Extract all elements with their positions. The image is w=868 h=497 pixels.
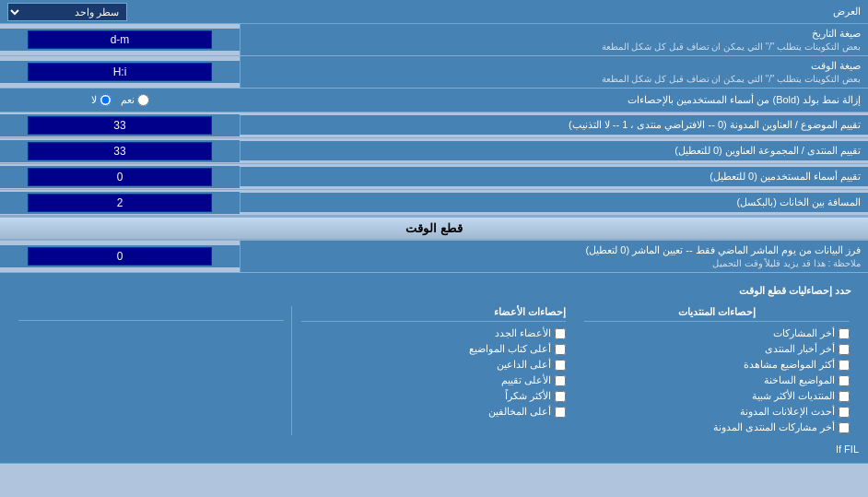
member-stat-item-3: الأعلى تقييم — [301, 373, 567, 388]
date-format-label: صيغة التاريخ بعض التكوينات يتطلب "/" الت… — [240, 24, 868, 55]
date-format-input[interactable] — [28, 30, 212, 49]
cutoff-title: قطع الوقت — [405, 221, 463, 235]
post-stat-checkbox-0[interactable] — [839, 328, 850, 339]
post-stat-item-0: أخر المشاركات — [584, 325, 850, 341]
member-stat-label-4: الأكثر شكراً — [505, 390, 551, 402]
bold-remove-no-option[interactable]: لا — [91, 94, 111, 106]
post-stat-label-2: أكثر المواضيع مشاهدة — [744, 359, 835, 371]
post-stat-item-6: أخر مشاركات المنتدى المدونة — [584, 420, 850, 435]
bold-remove-yes-option[interactable]: نعم — [121, 94, 149, 106]
cutoff-days-input-area — [0, 245, 240, 267]
member-stats-column: إحصاءات الأعضاء الأعضاء الجدد أعلى كتاب … — [292, 306, 576, 435]
post-stat-label-0: أخر المشاركات — [773, 327, 835, 339]
member-stat-label-1: أعلى كتاب المواضيع — [469, 343, 551, 355]
bold-remove-label: إزالة نمط بولد (Bold) من أسماء المستخدمي… — [240, 90, 868, 110]
member-stat-checkbox-5[interactable] — [555, 407, 566, 418]
user-ranking-input-area — [0, 166, 240, 188]
post-stats-header: إحصاءات المنتديات — [584, 306, 850, 322]
topic-ranking-label: تقييم الموضوع / العناوين المدونة (0 -- ا… — [240, 115, 868, 135]
post-stat-item-1: أخر أخبار المنتدى — [584, 341, 850, 357]
member-stat-checkbox-4[interactable] — [555, 391, 566, 402]
time-format-input-area — [0, 61, 240, 83]
post-stat-checkbox-1[interactable] — [839, 344, 850, 355]
member-stat-item-4: الأكثر شكراً — [301, 388, 567, 404]
forum-ranking-input[interactable] — [28, 142, 212, 160]
member-stat-item-5: أعلى المخالفين — [301, 404, 567, 420]
user-ranking-input[interactable] — [28, 168, 212, 186]
bold-remove-no-radio[interactable] — [100, 94, 111, 106]
post-stat-label-1: أخر أخبار المنتدى — [765, 343, 835, 355]
date-format-main-label: صيغة التاريخ — [248, 28, 861, 40]
top-row-label: العرض — [240, 2, 868, 21]
member-stat-checkbox-3[interactable] — [555, 375, 566, 386]
post-stat-checkbox-3[interactable] — [839, 375, 850, 386]
member-stat-item-1: أعلى كتاب المواضيع — [301, 341, 567, 357]
time-format-label: صيغة الوقت بعض التكوينات يتطلب "/" التي … — [240, 56, 868, 88]
cutoff-days-input[interactable] — [28, 247, 212, 266]
stats-right-col-empty — [281, 306, 284, 317]
date-format-row: صيغة التاريخ بعض التكوينات يتطلب "/" الت… — [0, 24, 868, 56]
member-stat-item-0: الأعضاء الجدد — [301, 325, 567, 341]
message-separation-row: المسافة بين الخانات (بالبكسل) — [0, 190, 868, 216]
post-stats-column: إحصاءات المنتديات أخر المشاركات أخر أخبا… — [575, 306, 859, 435]
display-dropdown[interactable]: سطر واحد سطران ثلاثة أسطر — [7, 3, 127, 21]
topic-ranking-row: تقييم الموضوع / العناوين المدونة (0 -- ا… — [0, 112, 868, 138]
stats-header-row: حدد إحصاءليات قطع الوقت — [9, 278, 859, 302]
post-stat-item-5: أحدث الإعلانات المدونة — [584, 404, 850, 420]
cutoff-days-label: فرز البيانات من يوم الماشر الماضي فقط --… — [240, 241, 868, 272]
stats-columns: إحصاءات المنتديات أخر المشاركات أخر أخبا… — [9, 306, 859, 435]
stats-section: حدد إحصاءليات قطع الوقت إحصاءات المنتديا… — [0, 273, 868, 464]
forum-ranking-row: تقييم المنتدى / المجموعة العناوين (0 للت… — [0, 138, 868, 164]
member-stat-checkbox-2[interactable] — [555, 360, 566, 371]
topic-ranking-input[interactable] — [28, 116, 212, 135]
member-stats-header: إحصاءات الأعضاء — [301, 306, 567, 322]
main-container: العرض سطر واحد سطران ثلاثة أسطر صيغة الت… — [0, 0, 868, 464]
post-stat-label-5: أحدث الإعلانات المدونة — [740, 406, 835, 418]
member-stat-item-2: أعلى الداعين — [301, 357, 567, 373]
top-row-input-area: سطر واحد سطران ثلاثة أسطر — [0, 1, 240, 23]
member-stat-checkbox-1[interactable] — [555, 344, 566, 355]
forum-ranking-label: تقييم المنتدى / المجموعة العناوين (0 للت… — [240, 141, 868, 160]
post-stat-item-4: المنتديات الأكثر شبية — [584, 388, 850, 404]
stats-limit-label: حدد إحصاءليات قطع الوقت — [9, 285, 859, 297]
date-format-input-area — [0, 29, 240, 51]
time-format-input[interactable] — [28, 63, 212, 81]
topic-ranking-input-area — [0, 114, 240, 136]
post-stat-label-3: المواضيع الساخنة — [764, 374, 835, 386]
bold-remove-row: إزالة نمط بولد (Bold) من أسماء المستخدمي… — [0, 89, 868, 112]
time-format-sub-label: بعض التكوينات يتطلب "/" التي يمكن ان تضا… — [248, 74, 861, 84]
time-format-row: صيغة الوقت بعض التكوينات يتطلب "/" التي … — [0, 56, 868, 89]
member-stat-label-5: أعلى المخالفين — [488, 406, 551, 418]
time-format-main-label: صيغة الوقت — [248, 60, 861, 72]
bold-remove-yes-label: نعم — [121, 94, 135, 106]
member-stat-label-0: الأعضاء الجدد — [495, 327, 551, 339]
message-separation-input-area — [0, 192, 240, 214]
cutoff-section-header: قطع الوقت — [0, 216, 868, 241]
post-stat-item-2: أكثر المواضيع مشاهدة — [584, 357, 850, 373]
member-stat-label-2: أعلى الداعين — [497, 359, 551, 371]
message-separation-label: المسافة بين الخانات (بالبكسل) — [240, 193, 868, 212]
user-ranking-row: تقييم أسماء المستخدمين (0 للتعطيل) — [0, 164, 868, 190]
post-stat-item-3: المواضيع الساخنة — [584, 373, 850, 388]
post-stat-checkbox-6[interactable] — [839, 422, 850, 433]
post-stat-checkbox-2[interactable] — [839, 360, 850, 371]
bold-remove-no-label: لا — [91, 94, 97, 106]
post-stat-checkbox-4[interactable] — [839, 391, 850, 402]
cutoff-days-row: فرز البيانات من يوم الماشر الماضي فقط --… — [0, 241, 868, 273]
cutoff-days-sub-label: ملاحظة : هذا قد يزيد قليلاً وقت التحميل — [248, 258, 861, 268]
member-stat-label-3: الأعلى تقييم — [501, 374, 551, 386]
post-stat-label-4: المنتديات الأكثر شبية — [752, 390, 835, 402]
if-fil-text: If FIL — [836, 444, 859, 455]
top-row: العرض سطر واحد سطران ثلاثة أسطر — [0, 0, 868, 24]
post-stat-checkbox-5[interactable] — [839, 407, 850, 418]
date-format-sub-label: بعض التكوينات يتطلب "/" التي يمكن ان تضا… — [248, 41, 861, 52]
user-ranking-label: تقييم أسماء المستخدمين (0 للتعطيل) — [240, 167, 868, 186]
post-stat-label-6: أخر مشاركات المنتدى المدونة — [713, 421, 835, 433]
stats-right-column — [9, 306, 292, 435]
bold-remove-radio-area: نعم لا — [0, 92, 240, 108]
message-separation-input[interactable] — [28, 194, 212, 212]
member-stat-checkbox-0[interactable] — [555, 328, 566, 339]
forum-ranking-input-area — [0, 140, 240, 162]
bold-remove-yes-radio[interactable] — [137, 94, 149, 106]
cutoff-days-main-label: فرز البيانات من يوم الماشر الماضي فقط --… — [248, 244, 861, 256]
